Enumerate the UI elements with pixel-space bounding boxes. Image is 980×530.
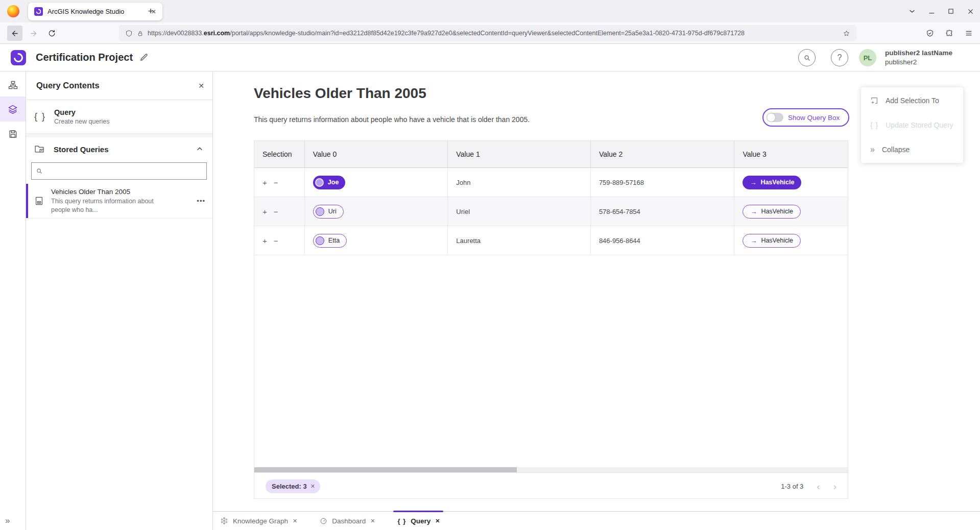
browser-tab[interactable]: ArcGIS Knowledge Studio ✕ [28, 3, 162, 20]
extensions-puzzle-icon[interactable] [941, 25, 958, 41]
arrow-right-icon: → [750, 208, 757, 215]
bookmark-star-icon[interactable] [843, 30, 850, 37]
firefox-logo-icon[interactable] [7, 5, 19, 17]
clear-selection-icon[interactable]: ✕ [310, 483, 315, 490]
user-name[interactable]: publisher2 lastName publisher2 [885, 49, 952, 66]
braces-icon: { } [870, 121, 878, 129]
knowledge-graph-icon [220, 517, 228, 525]
shield-check-icon[interactable] [922, 25, 938, 41]
selected-count-chip[interactable]: Selected: 3 ✕ [266, 479, 320, 493]
relationship-pill[interactable]: →HasVehicle [743, 176, 801, 189]
rail-item-contents[interactable] [0, 97, 26, 122]
entity-node-icon [315, 178, 324, 187]
cell-name: John [448, 168, 591, 197]
tab-close-icon[interactable]: ✕ [293, 518, 297, 524]
relationship-pill[interactable]: →HasVehicle [743, 205, 801, 219]
search-button[interactable] [798, 49, 816, 66]
list-tabs-chevron-icon[interactable] [902, 0, 922, 22]
reload-button[interactable] [44, 26, 59, 41]
select-plus-icon[interactable]: + [262, 178, 267, 187]
table-row[interactable]: +− Etta Lauretta 846-956-8644 →HasVehicl… [254, 226, 848, 255]
forward-button[interactable] [26, 26, 41, 41]
tab-close-icon[interactable]: ✕ [435, 518, 440, 524]
toggle-switch[interactable] [767, 113, 783, 122]
select-plus-icon[interactable]: + [262, 207, 267, 216]
left-rail: » [0, 71, 26, 530]
menu-item-collapse[interactable]: » Collapse [861, 137, 963, 162]
select-plus-icon[interactable]: + [262, 236, 267, 245]
page-next-icon[interactable]: › [833, 481, 836, 491]
table-row[interactable]: +− Uri Uriel 578-654-7854 →HasVehicle [254, 197, 848, 226]
back-button[interactable] [7, 26, 22, 41]
page-prev-icon[interactable]: ‹ [817, 481, 820, 491]
show-query-box-toggle[interactable]: Show Query Box [762, 108, 849, 127]
entity-pill[interactable]: Joe [313, 176, 346, 189]
edit-pencil-icon[interactable] [139, 53, 149, 62]
url-text[interactable]: https://dev0028833.esri.com/portal/apps/… [148, 30, 839, 37]
item-options-ellipsis-icon[interactable]: ••• [197, 197, 205, 205]
search-icon [36, 167, 43, 175]
chevron-up-icon[interactable] [196, 146, 203, 153]
tab-knowledge-graph[interactable]: Knowledge Graph ✕ [220, 517, 297, 525]
new-tab-button[interactable]: + [144, 5, 157, 18]
column-header[interactable]: Value 3 [734, 141, 848, 167]
select-minus-icon[interactable]: − [274, 236, 278, 245]
column-header[interactable]: Value 0 [305, 141, 448, 167]
results-table-card: Selection Value 0 Value 1 Value 2 Value … [254, 140, 848, 499]
menu-item-update-stored-query: { } Update Stored Query [861, 113, 963, 137]
column-header[interactable]: Value 2 [591, 141, 735, 167]
new-query-item[interactable]: { } Query Create new queries [26, 100, 212, 134]
active-tab-indicator [393, 511, 443, 512]
search-icon [803, 54, 811, 62]
column-header[interactable]: Value 1 [448, 141, 591, 167]
table-footer: Selected: 3 ✕ 1-3 of 3 ‹ › [254, 472, 848, 499]
query-result-description: This query returns information about peo… [254, 115, 530, 124]
tab-query[interactable]: { } Query ✕ [398, 517, 440, 525]
cell-name: Lauretta [448, 226, 591, 255]
window-close-button[interactable] [961, 0, 980, 22]
horizontal-scrollbar[interactable] [254, 467, 848, 472]
panel-close-icon[interactable]: ✕ [198, 82, 204, 90]
toggle-knob [767, 113, 775, 122]
tab-dashboard[interactable]: Dashboard ✕ [320, 517, 375, 525]
entity-pill[interactable]: Uri [313, 205, 344, 219]
tracking-shield-icon[interactable] [125, 30, 133, 37]
browser-tab-strip: ArcGIS Knowledge Studio ✕ + [0, 0, 980, 22]
stored-query-title: Vehicles Older Than 2005 [51, 188, 157, 196]
stored-query-item[interactable]: Vehicles Older Than 2005 This query retu… [26, 184, 212, 219]
expand-rail-icon[interactable]: » [5, 516, 9, 526]
help-button[interactable]: ? [831, 49, 848, 66]
menu-item-add-selection-to[interactable]: Add Selection To [861, 88, 963, 113]
tab-close-icon[interactable]: ✕ [370, 518, 375, 524]
stored-queries-searchbox[interactable] [31, 162, 207, 180]
selection-context-menu: Add Selection To { } Update Stored Query… [861, 87, 963, 163]
entity-pill[interactable]: Etta [313, 234, 347, 248]
column-header[interactable]: Selection [254, 141, 305, 167]
add-selection-icon [870, 97, 878, 105]
select-minus-icon[interactable]: − [274, 178, 278, 187]
arrow-right-icon: → [750, 179, 756, 186]
lock-icon[interactable] [137, 30, 144, 37]
stored-queries-header[interactable]: Stored Queries [26, 137, 212, 161]
select-minus-icon[interactable]: − [274, 207, 278, 216]
window-minimize-button[interactable] [922, 0, 941, 22]
entity-node-icon [316, 207, 324, 216]
menu-hamburger-icon[interactable] [961, 25, 977, 41]
cell-phone: 578-654-7854 [591, 197, 735, 226]
query-contents-panel: Query Contents ✕ { } Query Create new qu… [26, 71, 213, 530]
table-row[interactable]: +− Joe John 759-889-57168 →HasVehicle [254, 168, 848, 197]
relationship-pill[interactable]: →HasVehicle [743, 234, 801, 248]
arcgis-knowledge-logo [11, 50, 26, 65]
braces-icon: { } [34, 111, 46, 122]
stored-queries-search-input[interactable] [47, 167, 202, 175]
rail-item-data-model[interactable] [0, 73, 26, 98]
scrollbar-thumb[interactable] [254, 467, 517, 472]
rail-item-save[interactable] [0, 122, 26, 147]
stored-queries-folder-icon [34, 144, 44, 154]
avatar[interactable]: PL [859, 49, 876, 66]
query-item-title: Query [54, 108, 109, 116]
window-maximize-button[interactable] [941, 0, 961, 22]
url-bar[interactable]: https://dev0028833.esri.com/portal/apps/… [119, 25, 856, 41]
sitemap-icon [8, 80, 18, 90]
braces-icon: { } [398, 517, 407, 525]
